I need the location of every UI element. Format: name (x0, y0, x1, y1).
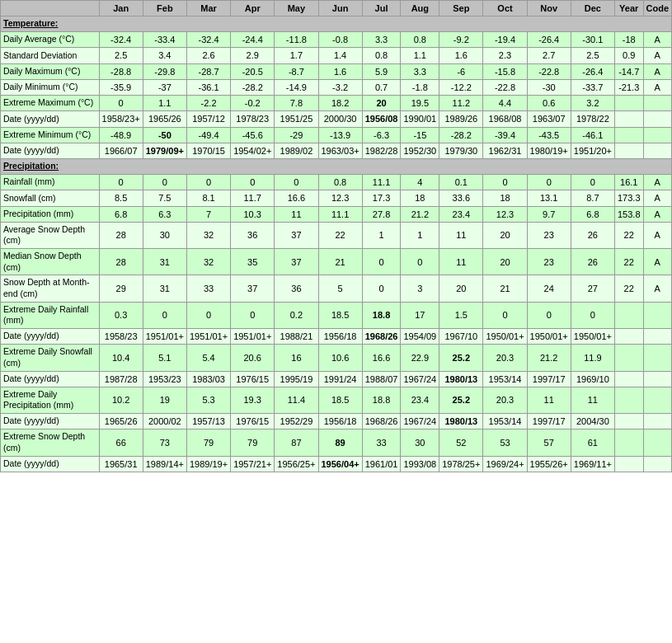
cell-value: 1989/02 (275, 143, 318, 159)
cell-value: 22.9 (401, 345, 439, 371)
cell-value: 1967/24 (401, 371, 439, 387)
col-aug: Aug (401, 1, 439, 16)
cell-value: 29 (99, 275, 143, 302)
cell-value: 23.4 (439, 206, 483, 222)
cell-value: 22 (318, 222, 362, 248)
cell-value: 20 (483, 249, 527, 275)
cell-value: 3 (401, 275, 439, 302)
cell-value: 1968/26 (362, 328, 401, 344)
cell-value: 0.1 (439, 174, 483, 190)
cell-value: 4 (401, 174, 439, 190)
cell-value: -30.1 (571, 31, 614, 47)
cell-value: 22 (614, 222, 643, 248)
cell-value: -48.9 (99, 127, 143, 143)
cell-value (614, 302, 643, 328)
cell-value: 2000/30 (318, 111, 362, 127)
cell-value: -14.7 (614, 63, 643, 79)
cell-value: 1963/03+ (318, 143, 362, 159)
cell-value: 2.5 (571, 48, 614, 63)
cell-value: 1968/26 (362, 414, 401, 429)
cell-value: 1953/14 (483, 371, 527, 387)
cell-value: 2004/30 (571, 414, 614, 429)
cell-value: A (643, 174, 672, 190)
cell-value: 7.8 (275, 96, 318, 111)
cell-value: 5.9 (362, 63, 401, 79)
cell-value: 18.8 (362, 302, 401, 328)
cell-value: 1957/12 (186, 111, 230, 127)
cell-value: 1958/23 (99, 328, 143, 344)
cell-value: 33 (186, 275, 230, 302)
cell-value: 22 (614, 249, 643, 275)
cell-value: -28.8 (99, 63, 143, 79)
table-row: Standard Deviation2.53.42.62.91.71.40.81… (1, 48, 672, 63)
col-sep: Sep (439, 1, 483, 16)
cell-value: 11 (571, 387, 614, 413)
row-label: Extreme Snow Depth (cm) (1, 429, 100, 456)
cell-value: 1962/31 (483, 143, 527, 159)
cell-value: 16.6 (275, 190, 318, 206)
cell-value: 36 (231, 222, 275, 248)
cell-value: 18.2 (318, 96, 362, 111)
cell-value: -26.4 (527, 31, 571, 47)
cell-value: 31 (143, 249, 186, 275)
cell-value: 1980/13 (439, 371, 483, 387)
row-label: Extreme Daily Snowfall (cm) (1, 345, 100, 371)
cell-value: -29.8 (143, 63, 186, 79)
cell-value: 1997/17 (527, 371, 571, 387)
climate-table: Jan Feb Mar Apr May Jun Jul Aug Sep Oct … (0, 0, 672, 472)
cell-value: 1.7 (275, 48, 318, 63)
col-year: Year (614, 1, 643, 16)
row-label: Snow Depth at Month-end (cm) (1, 275, 100, 302)
cell-value (614, 127, 643, 143)
row-label: Daily Minimum (°C) (1, 79, 100, 95)
cell-value: 0 (99, 174, 143, 190)
cell-value: 1988/07 (362, 371, 401, 387)
cell-value: 1.5 (439, 302, 483, 328)
cell-value: 1957/21+ (231, 456, 275, 472)
cell-value: 1989/26 (439, 111, 483, 127)
cell-value: 1953/23 (143, 371, 186, 387)
cell-value: A (643, 206, 672, 222)
cell-value: 1952/29 (275, 414, 318, 429)
cell-value: 8.1 (186, 190, 230, 206)
cell-value: 11.7 (231, 190, 275, 206)
cell-value: 53 (483, 429, 527, 456)
cell-value: 37 (275, 249, 318, 275)
cell-value: 16.1 (614, 174, 643, 190)
col-mar: Mar (186, 1, 230, 16)
cell-value: 3.4 (143, 48, 186, 63)
cell-value (614, 429, 643, 456)
cell-value: 0 (186, 302, 230, 328)
cell-value: 20 (362, 96, 401, 111)
cell-value (643, 143, 672, 159)
cell-value: 1951/01+ (231, 328, 275, 344)
cell-value: 0.6 (527, 96, 571, 111)
cell-value: 1966/07 (99, 143, 143, 159)
cell-value: 1997/17 (527, 414, 571, 429)
table-row: Extreme Snow Depth (cm)66737979878933305… (1, 429, 672, 456)
col-dec: Dec (571, 1, 614, 16)
cell-value: 3.3 (401, 63, 439, 79)
table-row: Extreme Daily Rainfall (mm)0.30000.218.5… (1, 302, 672, 328)
table-row: Median Snow Depth (cm)283132353721001120… (1, 249, 672, 275)
cell-value: 32 (186, 249, 230, 275)
cell-value: 0 (362, 249, 401, 275)
row-label: Date (yyyy/dd) (1, 414, 100, 429)
cell-value: 26 (571, 222, 614, 248)
cell-value: -22.8 (483, 79, 527, 95)
cell-value: 1954/09 (401, 328, 439, 344)
cell-value: 8.5 (99, 190, 143, 206)
cell-value: 10.2 (99, 387, 143, 413)
cell-value: -9.2 (439, 31, 483, 47)
col-may: May (275, 1, 318, 16)
cell-value: 5.3 (186, 387, 230, 413)
table-header: Jan Feb Mar Apr May Jun Jul Aug Sep Oct … (1, 1, 672, 16)
cell-value (643, 127, 672, 143)
cell-value: 1958/23+ (99, 111, 143, 127)
cell-value: 23.4 (401, 387, 439, 413)
cell-value (643, 328, 672, 344)
cell-value: 0 (483, 174, 527, 190)
col-jun: Jun (318, 1, 362, 16)
cell-value: 173.3 (614, 190, 643, 206)
row-label: Standard Deviation (1, 48, 100, 63)
